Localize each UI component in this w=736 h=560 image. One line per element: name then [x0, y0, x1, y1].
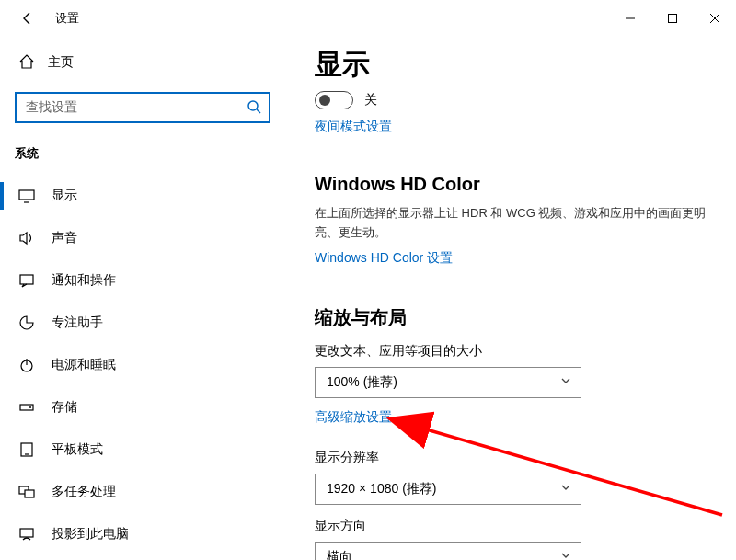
- svg-rect-15: [20, 529, 33, 537]
- hd-color-description: 在上面所选择的显示器上让 HDR 和 WCG 视频、游戏和应用中的画面更明亮、更…: [315, 204, 714, 243]
- projecting-icon: [18, 526, 35, 543]
- toggle-off-label: 关: [364, 92, 377, 109]
- scale-dropdown-value: 100% (推荐): [327, 374, 397, 391]
- sidebar-item-projecting[interactable]: 投影到此电脑: [0, 513, 285, 555]
- sidebar-item-label: 显示: [52, 188, 77, 204]
- resolution-dropdown-value: 1920 × 1080 (推荐): [327, 481, 436, 497]
- resolution-label: 显示分辨率: [315, 450, 714, 466]
- svg-point-10: [29, 406, 31, 408]
- scale-layout-heading: 缩放与布局: [315, 305, 714, 330]
- hd-color-settings-link[interactable]: Windows HD Color 设置: [315, 250, 453, 267]
- night-light-toggle-row: 关: [315, 91, 714, 109]
- svg-rect-6: [20, 275, 33, 284]
- sidebar-item-label: 专注助手: [52, 314, 103, 331]
- scale-field-label: 更改文本、应用等项目的大小: [315, 343, 714, 360]
- resolution-dropdown[interactable]: 1920 × 1080 (推荐): [315, 474, 581, 505]
- sound-icon: [18, 230, 35, 246]
- sidebar-item-multitask[interactable]: 多任务处理: [0, 471, 285, 513]
- sidebar-home-label: 主页: [48, 54, 74, 71]
- search-icon: [247, 99, 261, 117]
- night-light-settings-link[interactable]: 夜间模式设置: [315, 119, 392, 135]
- night-light-toggle[interactable]: [315, 91, 353, 109]
- sidebar-item-focus[interactable]: 专注助手: [0, 302, 285, 344]
- close-icon: [709, 13, 720, 24]
- notifications-icon: [18, 272, 35, 289]
- display-icon: [18, 188, 35, 204]
- sidebar-item-label: 存储: [52, 399, 77, 416]
- svg-rect-4: [19, 190, 34, 200]
- sidebar-home[interactable]: 主页: [0, 44, 285, 81]
- hd-color-heading: Windows HD Color: [315, 174, 714, 195]
- sidebar-item-label: 电源和睡眠: [52, 357, 116, 373]
- power-icon: [18, 357, 35, 373]
- sidebar-item-sound[interactable]: 声音: [0, 217, 285, 259]
- titlebar: 设置: [0, 0, 736, 37]
- maximize-button[interactable]: [651, 0, 694, 37]
- search-input[interactable]: 查找设置: [15, 92, 270, 123]
- sidebar-item-label: 通知和操作: [52, 272, 116, 289]
- chevron-down-icon: [560, 375, 571, 389]
- sidebar-item-label: 多任务处理: [52, 484, 116, 500]
- orientation-dropdown-value: 横向: [327, 549, 352, 560]
- minimize-icon: [625, 13, 636, 24]
- tablet-icon: [18, 441, 35, 458]
- scale-dropdown[interactable]: 100% (推荐): [315, 367, 581, 398]
- sidebar-item-notifications[interactable]: 通知和操作: [0, 259, 285, 302]
- minimize-button[interactable]: [609, 0, 651, 37]
- storage-icon: [18, 399, 35, 416]
- maximize-icon: [667, 13, 678, 24]
- advanced-scaling-link[interactable]: 高级缩放设置: [315, 409, 392, 426]
- focus-icon: [18, 314, 35, 331]
- chevron-down-icon: [560, 482, 571, 496]
- multitask-icon: [18, 484, 35, 500]
- sidebar-item-storage[interactable]: 存储: [0, 386, 285, 429]
- chevron-down-icon: [560, 550, 571, 560]
- main-content: 显示 关 夜间模式设置 Windows HD Color 在上面所选择的显示器上…: [285, 37, 736, 560]
- svg-point-2: [248, 101, 258, 110]
- sidebar-nav: 显示 声音 通知和操作 专注助手 电源和睡眠 存储: [0, 175, 285, 555]
- close-button[interactable]: [694, 0, 736, 37]
- search-placeholder: 查找设置: [26, 99, 77, 116]
- sidebar: 主页 查找设置 系统 显示 声音 通知和操作 专注助手: [0, 37, 285, 560]
- orientation-label: 显示方向: [315, 518, 714, 534]
- window-title: 设置: [55, 10, 79, 27]
- sidebar-item-display[interactable]: 显示: [0, 175, 285, 217]
- sidebar-item-power[interactable]: 电源和睡眠: [0, 344, 285, 386]
- svg-line-3: [257, 109, 260, 113]
- svg-rect-14: [25, 490, 34, 497]
- svg-rect-1: [669, 15, 677, 23]
- arrow-left-icon: [20, 11, 35, 26]
- sidebar-item-label: 投影到此电脑: [52, 526, 129, 543]
- home-icon: [18, 53, 35, 73]
- back-button[interactable]: [9, 0, 46, 37]
- sidebar-item-tablet[interactable]: 平板模式: [0, 429, 285, 471]
- orientation-dropdown[interactable]: 横向: [315, 542, 581, 560]
- sidebar-item-label: 平板模式: [52, 441, 103, 458]
- page-title: 显示: [315, 46, 714, 84]
- sidebar-item-label: 声音: [52, 230, 77, 246]
- sidebar-section-title: 系统: [0, 132, 285, 175]
- window-controls: [609, 0, 736, 37]
